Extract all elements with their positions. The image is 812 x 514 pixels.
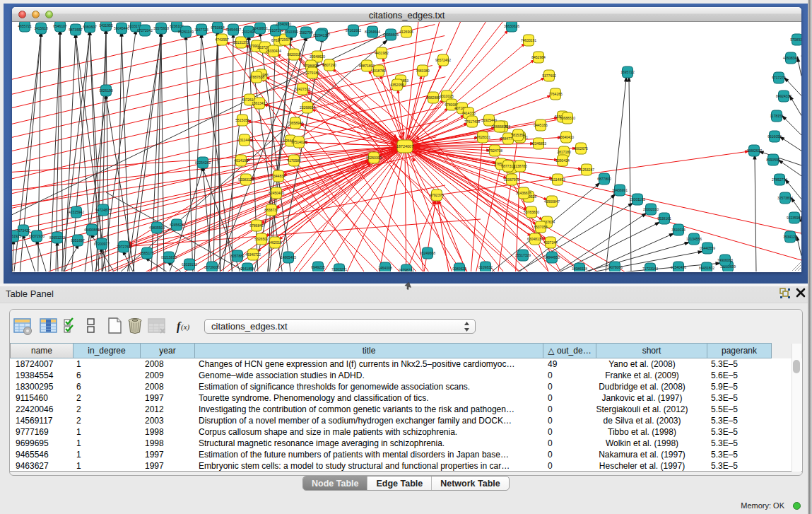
svg-text:49835503: 49835503	[149, 226, 165, 230]
svg-text:85261149: 85261149	[178, 30, 194, 34]
svg-text:50961923: 50961923	[12, 234, 21, 238]
svg-text:18724007: 18724007	[396, 144, 413, 148]
svg-text:77617409: 77617409	[464, 119, 480, 124]
svg-text:3167723: 3167723	[194, 28, 208, 32]
svg-text:9792376: 9792376	[430, 193, 444, 197]
svg-text:2390424: 2390424	[555, 158, 570, 163]
svg-text:36630626: 36630626	[504, 24, 519, 28]
svg-text:4655721: 4655721	[18, 24, 32, 28]
svg-text:52427316: 52427316	[295, 87, 310, 91]
svg-text:25517329: 25517329	[515, 253, 531, 257]
svg-text:7764265: 7764265	[548, 92, 563, 96]
svg-text:0431955: 0431955	[99, 23, 113, 28]
svg-text:82450400: 82450400	[269, 191, 284, 195]
svg-text:2279180: 2279180	[305, 71, 319, 75]
svg-text:14865465: 14865465	[281, 255, 296, 259]
svg-text:0080623: 0080623	[452, 267, 466, 271]
svg-text:31925449: 31925449	[481, 118, 497, 122]
svg-text:7972761: 7972761	[117, 245, 131, 249]
svg-text:43900847: 43900847	[544, 199, 560, 204]
svg-text:49340722: 49340722	[245, 252, 261, 257]
svg-text:97514026: 97514026	[291, 140, 307, 144]
svg-text:4018780: 4018780	[372, 69, 386, 73]
svg-text:42315942: 42315942	[69, 210, 84, 214]
svg-text:20340930: 20340930	[276, 22, 291, 26]
svg-text:1415618: 1415618	[34, 26, 48, 30]
svg-text:6877800: 6877800	[597, 177, 611, 181]
svg-text:05440559: 05440559	[700, 246, 715, 250]
svg-text:70658948: 70658948	[288, 121, 303, 125]
svg-text:71723143: 71723143	[642, 267, 658, 271]
svg-text:63048137: 63048137	[527, 237, 543, 241]
svg-text:11253287: 11253287	[579, 168, 594, 172]
svg-text:69372930: 69372930	[29, 234, 45, 238]
svg-text:42346853: 42346853	[531, 141, 546, 146]
svg-text:22001192: 22001192	[630, 197, 645, 201]
svg-text:46493665: 46493665	[84, 228, 100, 232]
svg-text:74633191: 74633191	[521, 38, 536, 42]
svg-text:8682889: 8682889	[426, 95, 440, 100]
svg-text:9538161: 9538161	[657, 216, 671, 221]
svg-text:2464008: 2464008	[378, 266, 392, 270]
svg-text:15640410: 15640410	[558, 135, 574, 139]
svg-text:2344834: 2344834	[271, 174, 286, 178]
svg-text:87200977: 87200977	[94, 242, 110, 246]
svg-text:31436676: 31436676	[516, 191, 531, 195]
svg-text:0445166: 0445166	[534, 123, 548, 127]
svg-text:04956605: 04956605	[383, 33, 399, 37]
svg-text:04844950: 04844950	[544, 255, 560, 259]
svg-text:5377602: 5377602	[542, 74, 556, 78]
svg-text:67924708: 67924708	[487, 148, 502, 153]
svg-text:20002010: 20002010	[643, 207, 659, 211]
svg-text:49454437: 49454437	[225, 28, 241, 32]
svg-text:3310014: 3310014	[671, 228, 686, 232]
svg-text:2138783: 2138783	[513, 164, 527, 168]
svg-text:6877313: 6877313	[501, 164, 515, 168]
svg-text:12134556: 12134556	[686, 237, 702, 241]
svg-text:82254282: 82254282	[195, 160, 211, 165]
svg-text:1311440: 1311440	[237, 138, 251, 142]
svg-text:02067970: 02067970	[504, 177, 519, 182]
svg-text:6360607: 6360607	[83, 25, 97, 29]
svg-text:6949235: 6949235	[311, 265, 325, 269]
svg-text:32573834: 32573834	[777, 196, 793, 200]
svg-text:6245624: 6245624	[170, 223, 184, 227]
svg-text:8057889: 8057889	[230, 254, 245, 258]
svg-text:55131373: 55131373	[233, 40, 249, 45]
svg-text:38986928: 38986928	[572, 267, 587, 271]
svg-text:4431982: 4431982	[375, 51, 389, 55]
svg-text:7483380: 7483380	[416, 69, 430, 73]
svg-text:6786843: 6786843	[249, 223, 264, 228]
svg-text:6793814: 6793814	[211, 25, 225, 30]
svg-text:1462016: 1462016	[268, 240, 282, 245]
svg-text:87161682: 87161682	[346, 28, 361, 33]
svg-text:9310025: 9310025	[440, 94, 454, 98]
svg-text:65294130: 65294130	[313, 33, 329, 37]
svg-text:0109832: 0109832	[478, 265, 493, 269]
svg-text:46882637: 46882637	[746, 148, 762, 153]
svg-text:01540486: 01540486	[671, 265, 686, 269]
svg-text:99798732: 99798732	[399, 268, 414, 271]
svg-text:8820018: 8820018	[287, 52, 301, 57]
svg-text:67272042: 67272042	[137, 28, 153, 33]
svg-text:5717279: 5717279	[772, 76, 786, 80]
svg-text:0826199: 0826199	[99, 88, 113, 93]
svg-text:5708931: 5708931	[790, 37, 801, 42]
svg-text:14078066: 14078066	[607, 265, 623, 269]
svg-text:4337344: 4337344	[543, 240, 558, 245]
svg-text:82651233: 82651233	[49, 235, 65, 240]
svg-text:5815354: 5815354	[511, 133, 525, 137]
svg-text:39436991: 39436991	[612, 188, 628, 192]
svg-text:03249668: 03249668	[420, 251, 435, 255]
svg-text:9541858: 9541858	[240, 267, 254, 271]
svg-text:57628331: 57628331	[475, 135, 490, 139]
svg-text:92235985: 92235985	[787, 216, 801, 220]
svg-text:2565178: 2565178	[140, 251, 154, 255]
svg-text:60688310: 60688310	[560, 116, 575, 120]
svg-text:5873557: 5873557	[69, 28, 83, 32]
svg-text:35575918: 35575918	[153, 26, 169, 30]
svg-text:1695722: 1695722	[620, 70, 635, 74]
svg-text:9729975: 9729975	[278, 37, 292, 42]
svg-text:8051697: 8051697	[71, 238, 85, 243]
svg-text:94724873: 94724873	[95, 208, 111, 212]
